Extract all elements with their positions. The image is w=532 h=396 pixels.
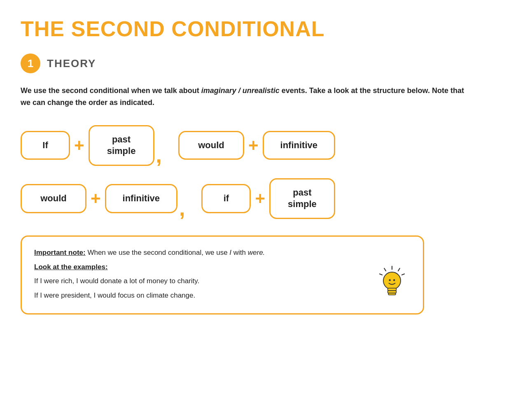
svg-line-4 (380, 274, 382, 275)
with-were-text: with (231, 249, 248, 256)
plus-icon-1: + (70, 137, 89, 154)
svg-rect-8 (388, 293, 396, 295)
plus-icon-4: + (251, 190, 269, 207)
note-example1: If I were rich, I would donate a lot of … (34, 275, 365, 288)
section-header: 1 THEORY (21, 54, 511, 73)
formula-group-1b: would + infinitive (178, 131, 335, 160)
important-text: When we use the second conditional, we u… (86, 249, 230, 256)
lightbulb-icon (373, 265, 411, 302)
intro-paragraph: We use the second conditional when we ta… (21, 85, 474, 109)
note-text-area: Important note: When we use the second c… (34, 247, 365, 303)
section-label: THEORY (47, 57, 96, 70)
section-number: 1 (21, 54, 40, 73)
page-title: THE SECOND CONDITIONAL (21, 16, 511, 41)
note-content: Important note: When we use the second c… (34, 247, 365, 302)
note-look-line: Look at the examples: (34, 261, 365, 274)
svg-line-3 (384, 268, 386, 271)
plus-icon-3: + (86, 190, 105, 207)
svg-line-1 (398, 268, 400, 271)
intro-italic: imaginary / unrealistic (201, 86, 280, 95)
formula-box-infinitive-1: infinitive (263, 131, 335, 160)
note-example2: If I were president, I would focus on cl… (34, 289, 365, 302)
formula-box-past-simple: pastsimple (89, 125, 154, 166)
formula-box-would-2: would (21, 184, 86, 213)
note-inner: Important note: When we use the second c… (34, 247, 411, 303)
formula-group-2b: if + pastsimple (201, 178, 335, 219)
formula-box-if: If (21, 131, 70, 160)
svg-rect-6 (388, 288, 397, 291)
formula-box-past-simple-2: pastsimple (269, 178, 335, 219)
note-box: Important note: When we use the second c… (21, 235, 424, 314)
svg-point-10 (393, 280, 395, 282)
formula-box-if-2: if (201, 184, 251, 213)
comma-2: , (179, 198, 185, 219)
look-label: Look at the examples: (34, 263, 108, 271)
formula-row-1: If + pastsimple , would + infinitive (21, 125, 511, 166)
note-important-line: Important note: When we use the second c… (34, 247, 365, 259)
formula-group-1a: If + pastsimple (21, 125, 154, 166)
formula-box-would-1: would (178, 131, 244, 160)
plus-icon-2: + (244, 137, 263, 154)
important-label: Important note: (34, 249, 86, 256)
intro-text-before: We use the second conditional when we ta… (21, 86, 201, 95)
were-italic: were. (248, 249, 265, 256)
formula-area: If + pastsimple , would + infinitive wou… (21, 125, 511, 219)
svg-rect-7 (388, 291, 397, 293)
comma-1: , (156, 144, 162, 166)
formula-row-2: would + infinitive , if + pastsimple (21, 178, 511, 219)
svg-point-9 (389, 280, 391, 282)
formula-group-2a: would + infinitive (21, 184, 177, 213)
svg-line-2 (402, 274, 404, 275)
formula-box-infinitive-2: infinitive (105, 184, 177, 213)
svg-point-5 (383, 272, 401, 289)
